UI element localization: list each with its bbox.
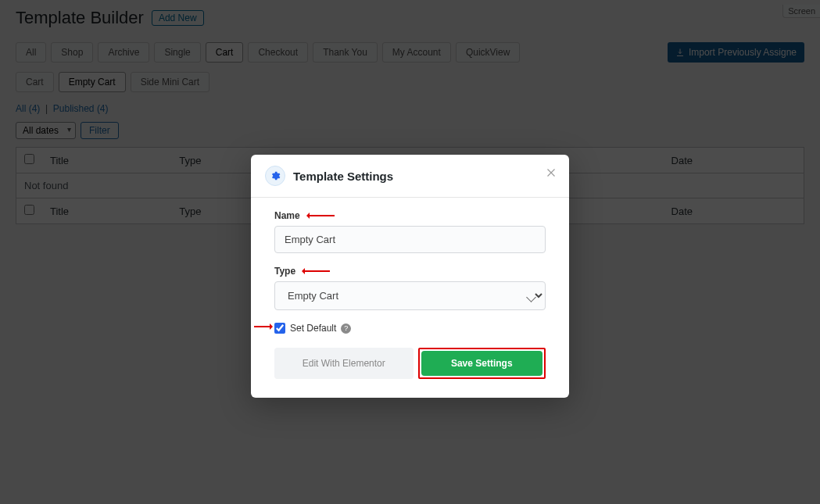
edit-with-elementor-button[interactable]: Edit With Elementor [274,348,414,379]
type-label: Type [274,266,295,277]
annotation-highlight: Save Settings [418,348,546,379]
help-icon[interactable]: ? [341,323,351,334]
gear-icon [265,166,285,186]
annotation-arrow-icon [308,215,335,216]
type-select[interactable]: Empty Cart [274,281,546,310]
set-default-checkbox[interactable] [274,323,285,334]
template-settings-modal: Template Settings Name Type Empty Cart [251,155,569,398]
modal-title: Template Settings [293,170,393,183]
name-input[interactable] [274,226,546,253]
set-default-row[interactable]: Set Default ? [274,323,546,334]
annotation-arrow-icon [254,326,271,327]
save-settings-button[interactable]: Save Settings [421,351,543,376]
name-label: Name [274,210,300,221]
modal-overlay[interactable]: Template Settings Name Type Empty Cart [0,0,820,504]
set-default-label: Set Default [290,323,336,334]
annotation-arrow-icon [303,270,330,272]
close-icon[interactable] [544,166,558,183]
